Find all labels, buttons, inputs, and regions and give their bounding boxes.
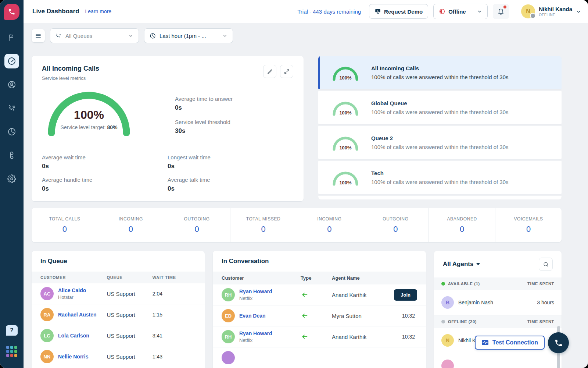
question-mark-icon: ? — [10, 327, 14, 334]
queue-gauge: 100% — [331, 134, 359, 151]
notification-dot — [503, 6, 506, 8]
search-icon — [543, 261, 549, 268]
freshcaller-logo[interactable] — [4, 4, 19, 20]
customer-avatar: RH — [222, 330, 235, 343]
queue-list-item[interactable]: 100% All Incoming Calls 100% of calls we… — [318, 56, 562, 89]
sidebar-item-dashboard[interactable] — [4, 54, 19, 68]
agent-avatar: N — [441, 334, 454, 347]
chevron-down-icon — [576, 9, 581, 14]
learn-more-link[interactable]: Learn more — [85, 8, 112, 14]
offline-status-icon — [439, 8, 445, 15]
in-conversation-card: In Conversation Customer Type Agent Name… — [213, 251, 426, 368]
sidebar-item-call-metrics[interactable] — [4, 101, 19, 116]
agent-row[interactable] — [434, 353, 562, 368]
agents-filter-dropdown[interactable]: All Agents — [443, 261, 473, 268]
queue-item-title: Tech — [371, 170, 509, 176]
queue-list-item[interactable] — [318, 196, 562, 199]
phone-dialer-fab[interactable] — [548, 332, 569, 353]
table-row[interactable]: AC Alice Caido Hotstar US Support 2:04 — [32, 283, 205, 304]
sidebar-item-settings[interactable] — [4, 171, 19, 186]
chevron-down-icon — [128, 33, 133, 38]
offline-section-header: OFFLINE (20) TIME SPENT — [434, 315, 562, 328]
page-title: Live Dashboard — [32, 8, 79, 15]
table-row[interactable]: NN Nellie Norris US Support 1:43 — [32, 346, 205, 367]
queue-list-item[interactable]: 100% Global Queue 100% of calls were ans… — [318, 91, 562, 124]
table-row[interactable]: RH Ryan Howard Netflix Anand Karthik 10:… — [213, 326, 426, 347]
expand-widget-button[interactable] — [280, 65, 293, 78]
queue-list-item[interactable]: 100% Queue 2 100% of calls were answered… — [318, 126, 562, 159]
queue-service-level-list: 100% All Incoming Calls 100% of calls we… — [318, 56, 562, 199]
agent-avatar: B — [441, 296, 454, 309]
agent-avatar — [441, 360, 454, 368]
table-row[interactable]: LC Lola Carlson US Support 3:41 — [32, 325, 205, 346]
offline-status-dot — [441, 320, 445, 323]
user-profile-menu[interactable]: N Nikhil Kanda OFFLINE — [515, 0, 581, 23]
metric-value: 0s — [42, 185, 168, 192]
metric-value: 0s — [168, 163, 293, 170]
test-connection-button[interactable]: Test Connection — [475, 336, 545, 350]
all-agents-card: All Agents AVAILABLE (1) TIME SPENT — [434, 251, 562, 368]
presence-dropdown[interactable]: Offline — [433, 4, 488, 19]
queue-item-title: Queue 2 — [371, 135, 509, 141]
table-row[interactable]: RH Ryan Howard Netflix Anand Karthik Joi… — [213, 284, 426, 305]
table-row[interactable]: RA Rachael Austen US Support 1:15 — [32, 304, 205, 325]
sidebar: ? — [0, 0, 24, 368]
agent-name: Anand Karthik — [332, 334, 380, 340]
agent-row[interactable]: B Benjamin Nash 3 hours — [434, 290, 562, 315]
customer-name-link[interactable]: Lola Carlson — [58, 333, 89, 339]
agent-search-button[interactable] — [539, 258, 553, 271]
app-switcher-button[interactable] — [6, 346, 17, 357]
service-card-subtitle: Service level metrics — [42, 75, 99, 81]
metric-label: Average time to answer — [175, 96, 233, 102]
table-row[interactable]: ED Evan Dean Myra Sutton 10:32 — [213, 305, 426, 326]
customer-name-link[interactable]: Rachael Austen — [58, 312, 97, 318]
table-row[interactable] — [213, 347, 426, 368]
customer-name-link[interactable]: Evan Dean — [239, 313, 266, 319]
customer-avatar: AC — [40, 287, 54, 300]
request-demo-button[interactable]: Request Demo — [369, 4, 428, 19]
queue-list-item[interactable]: 100% Tech 100% of calls were answered wi… — [318, 161, 562, 194]
flag-icon — [8, 33, 16, 42]
user-name: Nikhil Kanda — [539, 6, 572, 12]
bell-icon — [497, 8, 505, 15]
user-circle-icon — [7, 80, 16, 89]
service-level-card: All Incoming Calls Service level metrics — [32, 56, 304, 201]
customer-avatar: LC — [40, 329, 54, 342]
trial-remaining-text: Trial - 443 days remaining — [297, 8, 361, 15]
queue-item-title: All Incoming Calls — [371, 65, 509, 71]
customer-name-link[interactable]: Nellie Norris — [58, 354, 88, 360]
queues-filter-dropdown[interactable]: All Queues — [50, 28, 139, 43]
sidebar-item-voicemail[interactable] — [4, 148, 19, 163]
metric-value: 0s — [168, 185, 293, 192]
sidebar-item-onboarding[interactable] — [4, 30, 19, 45]
customer-name-link[interactable]: Ryan Howard — [239, 289, 272, 294]
notifications-button[interactable] — [493, 4, 509, 19]
metric-value: 0s — [175, 104, 233, 112]
queue-name: US Support — [107, 312, 152, 318]
metric-label: Average handle time — [42, 177, 168, 183]
time-range-dropdown[interactable]: Last hour (1pm - ... — [144, 28, 233, 43]
stat-abandoned: ABANDONED0 — [429, 208, 495, 242]
edit-widget-button[interactable] — [263, 65, 276, 78]
dashboard-menu-button[interactable] — [32, 29, 45, 42]
help-button[interactable]: ? — [6, 325, 18, 336]
join-call-button[interactable]: Join — [394, 289, 417, 301]
sidebar-item-reports[interactable] — [4, 124, 19, 139]
stat-total-calls: TOTAL CALLS0 — [32, 208, 98, 242]
hamburger-icon — [35, 32, 42, 39]
queue-item-desc: 100% of calls were answered within the t… — [371, 144, 509, 150]
expand-icon — [284, 68, 290, 75]
phone-logo-icon — [8, 8, 15, 15]
customer-company: Hotstar — [58, 294, 86, 300]
phone-icon — [554, 339, 563, 347]
customer-name-link[interactable]: Alice Caido — [58, 287, 86, 293]
chevron-down-icon — [222, 33, 227, 38]
in-queue-table-header: CUSTOMER QUEUE WAIT TIME — [32, 272, 205, 283]
queue-item-desc: 100% of calls were answered within the t… — [371, 109, 509, 115]
available-status-dot — [441, 282, 445, 286]
sidebar-item-contacts[interactable] — [4, 77, 19, 92]
metric-value: 30s — [175, 127, 233, 135]
wait-time: 1:43 — [153, 354, 196, 360]
customer-name-link[interactable]: Ryan Howard — [239, 330, 272, 336]
wait-time: 3:41 — [153, 333, 196, 339]
